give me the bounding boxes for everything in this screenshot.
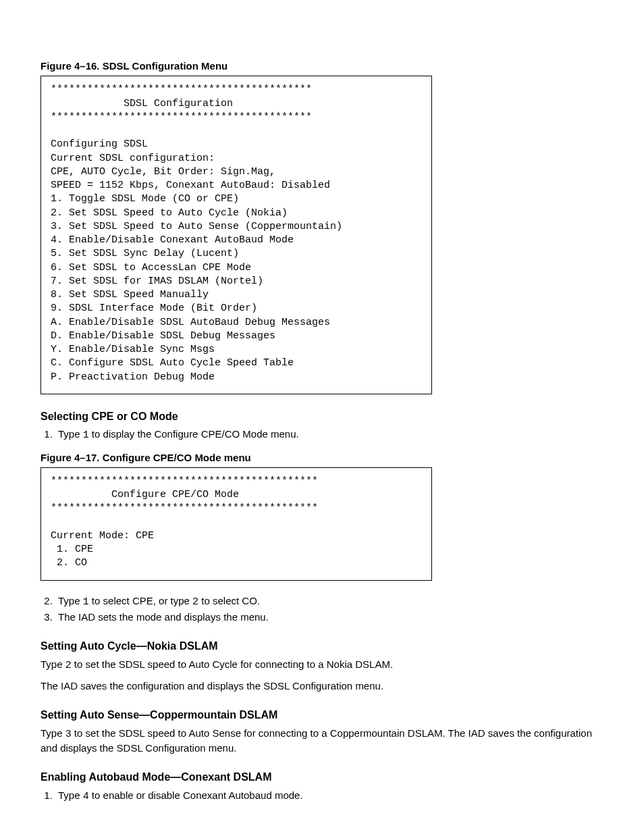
code-2: 2 [192, 596, 198, 608]
text: to set the SDSL speed to Auto Sense for … [41, 727, 592, 754]
text: to display the Configure CPE/CO Mode men… [89, 428, 299, 440]
heading-auto-cycle-nokia: Setting Auto Cycle—Nokia DSLAM [41, 639, 603, 654]
text: Type [58, 595, 83, 606]
code-1: 1 [83, 429, 89, 441]
text: Type [58, 789, 83, 801]
code-1: 1 [83, 596, 89, 608]
paragraph-iad-saves: The IAD saves the configuration and disp… [41, 679, 603, 693]
heading-selecting-cpe-co: Selecting CPE or CO Mode [41, 409, 603, 424]
paragraph-auto-sense: Type 3 to set the SDSL speed to Auto Sen… [41, 727, 603, 756]
heading-autobaud-conexant: Enabling Autobaud Mode—Conexant DSLAM [41, 770, 603, 785]
code-3: 3 [65, 729, 72, 740]
step-1-autobaud: Type 4 to enable or disable Conexant Aut… [55, 789, 603, 804]
code-4: 4 [83, 791, 89, 802]
step-3-iad-sets-mode: The IAD sets the mode and displays the m… [55, 610, 603, 624]
text: to select CPE, or type [89, 595, 192, 606]
text: to set the SDSL speed to Auto Cycle for … [72, 658, 393, 670]
paragraph-auto-cycle: Type 2 to set the SDSL speed to Auto Cyc… [41, 658, 603, 673]
figure-caption-4-16: Figure 4–16. SDSL Configuration Menu [41, 59, 603, 73]
heading-auto-sense-coppermountain: Setting Auto Sense—Coppermountain DSLAM [41, 708, 603, 723]
terminal-cpe-co-mode: ****************************************… [41, 467, 432, 581]
text: Type [41, 658, 65, 670]
text: to select CO. [198, 595, 260, 606]
step-1-select-cpe-co: Type 1 to display the Configure CPE/CO M… [55, 427, 603, 442]
step-2-type-select: Type 1 to select CPE, or type 2 to selec… [55, 594, 603, 609]
terminal-sdsl-config: ****************************************… [41, 76, 432, 394]
text: Type [58, 428, 83, 440]
text: Type [41, 727, 65, 739]
text: to enable or disable Conexant Autobaud m… [89, 789, 303, 801]
figure-caption-4-17: Figure 4–17. Configure CPE/CO Mode menu [41, 451, 603, 465]
code-2: 2 [65, 660, 72, 671]
